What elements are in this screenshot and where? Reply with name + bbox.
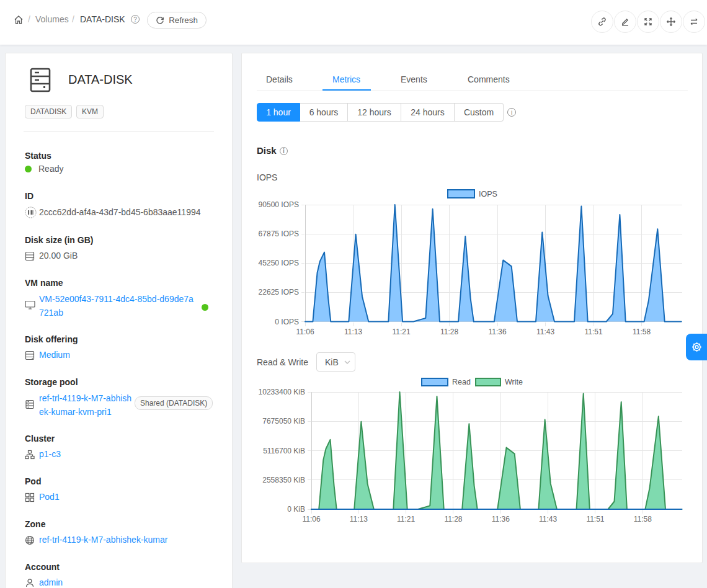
hdd-icon: [25, 350, 35, 360]
resize-action-button[interactable]: [637, 11, 659, 33]
link-icon: [597, 17, 607, 27]
range-1hour[interactable]: 1 hour: [257, 103, 300, 122]
field-label: Storage pool: [25, 377, 78, 387]
range-6hours[interactable]: 6 hours: [300, 103, 348, 122]
svg-text:7675050 KiB: 7675050 KiB: [262, 417, 305, 425]
settings-fab-button[interactable]: [686, 334, 707, 360]
svg-text:11:43: 11:43: [539, 515, 557, 523]
svg-text:11:28: 11:28: [440, 327, 458, 336]
breadcrumb-separator-2: /: [72, 14, 74, 24]
move-icon: [666, 17, 676, 27]
help-icon[interactable]: ?: [131, 15, 140, 24]
resize-icon: [643, 17, 653, 27]
field-value: 2ccc62dd-af4a-43d7-bd45-6b83aae11994: [39, 207, 207, 218]
refresh-icon: [156, 16, 164, 25]
svg-text:11:36: 11:36: [488, 327, 506, 336]
barcode-icon: [25, 207, 35, 216]
link-action-button[interactable]: [591, 11, 613, 33]
disk-section-title: Disk i: [257, 145, 288, 156]
unit-select-value: KiB: [325, 357, 339, 367]
tag-kvm: KVM: [76, 105, 104, 118]
chevron-down-icon: [344, 360, 350, 364]
migrate-action-button[interactable]: [683, 11, 705, 33]
range-12hours[interactable]: 12 hours: [348, 103, 401, 122]
svg-text:0 KiB: 0 KiB: [287, 505, 305, 514]
iops-chart-label: IOPS: [257, 172, 277, 182]
field-value[interactable]: admin: [39, 577, 207, 588]
svg-text:11:21: 11:21: [392, 327, 410, 336]
field-value[interactable]: ref-trl-4119-k-M7-abhishek-kumar: [39, 535, 219, 545]
svg-text:11:58: 11:58: [633, 327, 651, 336]
move-action-button[interactable]: [660, 11, 682, 33]
tab-events[interactable]: Events: [401, 74, 427, 84]
svg-text:90500 IOPS: 90500 IOPS: [259, 200, 299, 209]
range-info-icon[interactable]: i: [507, 108, 516, 117]
field-label: Status: [25, 151, 51, 161]
edit-action-button[interactable]: [614, 11, 636, 33]
svg-text:11:51: 11:51: [584, 327, 602, 336]
resource-title: DATA-DISK: [68, 73, 133, 87]
range-custom[interactable]: Custom: [455, 103, 504, 122]
field-value[interactable]: Pod1: [39, 492, 207, 502]
svg-text:22625 IOPS: 22625 IOPS: [259, 288, 299, 296]
svg-text:11:43: 11:43: [536, 327, 554, 336]
svg-text:5116700 KiB: 5116700 KiB: [263, 447, 305, 455]
field-label: Disk size (in GB): [25, 235, 93, 245]
svg-text:IOPS: IOPS: [479, 190, 497, 198]
disk-info-icon[interactable]: i: [280, 147, 288, 155]
top-header: / Volumes / DATA-DISK ? Refresh: [0, 0, 707, 45]
svg-text:11:06: 11:06: [296, 327, 314, 336]
home-icon[interactable]: [14, 15, 24, 27]
field-value[interactable]: ref-trl-4119-k-M7-abhishek-kumar-kvm-pri…: [39, 391, 132, 419]
svg-text:Write: Write: [505, 378, 523, 386]
svg-text:11:13: 11:13: [344, 327, 362, 336]
divider: [24, 131, 214, 132]
refresh-button[interactable]: Refresh: [147, 12, 207, 29]
breadcrumb-volumes[interactable]: Volumes: [35, 14, 69, 24]
svg-text:11:36: 11:36: [492, 515, 510, 523]
svg-text:10233400 KiB: 10233400 KiB: [259, 388, 305, 396]
svg-text:11:51: 11:51: [586, 515, 604, 523]
breadcrumb-current: DATA-DISK: [80, 14, 125, 24]
readwrite-chart-label: Read & Write: [257, 357, 308, 367]
svg-text:Read: Read: [452, 378, 471, 386]
storage-icon: [25, 399, 35, 409]
volume-icon: [30, 68, 51, 94]
tag-datadisk: DATADISK: [25, 105, 72, 118]
field-label: VM name: [25, 278, 63, 288]
readwrite-chart: 11:0611:1311:2111:2811:3611:4311:5111:58…: [242, 373, 703, 534]
svg-text:11:58: 11:58: [634, 515, 652, 523]
tab-bar-line: [257, 91, 688, 91]
svg-text:67875 IOPS: 67875 IOPS: [259, 229, 299, 238]
time-range-group: 1 hour 6 hours 12 hours 24 hours Custom: [257, 103, 504, 122]
field-label: Pod: [25, 476, 41, 486]
field-label: Cluster: [25, 434, 55, 443]
svg-text:0 IOPS: 0 IOPS: [275, 318, 299, 326]
shared-tag: Shared (DATADISK): [135, 396, 213, 410]
svg-text:45250 IOPS: 45250 IOPS: [259, 259, 299, 267]
tab-details[interactable]: Details: [266, 74, 293, 84]
field-value[interactable]: p1-c3: [39, 449, 207, 460]
tab-metrics[interactable]: Metrics: [332, 74, 360, 84]
resource-detail-card: DATA-DISK DATADISK KVM StatusReadyID2ccc…: [5, 53, 233, 588]
field-value[interactable]: Medium: [39, 350, 207, 360]
breadcrumb-separator: /: [28, 14, 30, 24]
status-dot: [25, 166, 32, 172]
tab-comments[interactable]: Comments: [468, 74, 510, 84]
unit-select[interactable]: KiB: [316, 352, 355, 372]
gear-icon: [691, 341, 703, 353]
cluster-icon: [25, 450, 35, 460]
svg-text:2558350 KiB: 2558350 KiB: [262, 476, 305, 484]
field-label: Account: [25, 562, 60, 572]
svg-text:11:13: 11:13: [350, 515, 368, 523]
range-24hours[interactable]: 24 hours: [401, 103, 455, 122]
field-value[interactable]: VM-52e00f43-7911-4dc4-85bd-d69de7a721ab: [39, 292, 195, 319]
pod-icon: [25, 492, 35, 502]
edit-icon: [620, 17, 630, 27]
vm-status-dot: [202, 304, 208, 311]
field-label: Zone: [25, 519, 45, 529]
account-icon: [25, 578, 35, 588]
vm-icon: [25, 300, 35, 310]
field-value: 20.00 GiB: [39, 251, 207, 261]
field-label: ID: [25, 191, 33, 201]
